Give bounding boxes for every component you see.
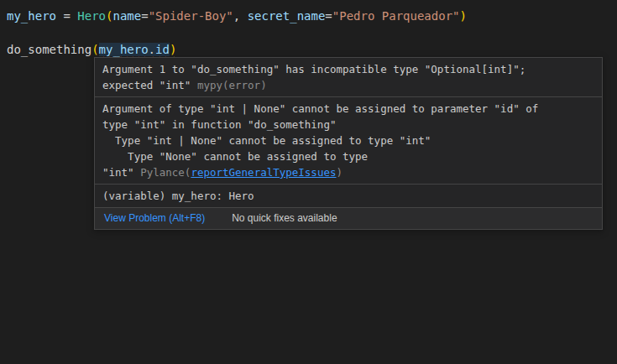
code-token: id [155,43,170,56]
hover-line: Argument 1 to "do_something" has incompa… [102,61,594,77]
code-token: "Spider-Boy" [149,9,233,23]
code-token: name [112,9,141,23]
variable-info: (variable) my_hero: Hero [95,185,602,208]
code-editor[interactable]: my_hero = Hero(name="Spider-Boy", secret… [7,8,617,58]
hover-text: Pylance( [140,166,191,179]
hover-text: expected "int" [102,79,197,91]
hover-tooltip: Argument 1 to "do_something" has incompa… [94,57,603,230]
code-token: . [149,43,155,56]
pylance-diagnostic: Argument of type "int | None" cannot be … [95,97,602,185]
hover-text: type "int" in function "do_something" [102,118,336,131]
hover-line: "int" Pylance(reportGeneralTypeIssues) [102,164,594,180]
code-token: ( [92,43,98,56]
hover-text: Argument 1 to "do_something" has incompa… [102,63,525,75]
hover-line: Type "None" cannot be assigned to type [102,148,594,164]
hover-line: Argument of type "int | None" cannot be … [102,101,594,117]
code-token: my_hero [7,9,56,23]
code-token: = [141,9,148,23]
code-token: ) [460,9,467,23]
hover-line: (variable) my_hero: Hero [102,188,594,204]
code-token: "Pedro Parqueador" [332,9,460,23]
hover-text: (variable) my_hero: Hero [102,190,254,202]
code-token: do_something [7,43,92,56]
hover-line: Type "int | None" cannot be assigned to … [102,133,594,148]
view-problem-link[interactable]: View Problem (Alt+F8) [104,212,205,224]
hover-text: ) [336,166,342,179]
hover-line: expected "int" mypy(error) [102,77,594,93]
hover-text: "int" [102,166,140,179]
code-token: = [325,9,332,23]
no-quick-fixes-label: No quick fixes available [232,212,337,224]
code-line[interactable] [7,24,617,41]
hover-line: type "int" in function "do_something" [102,117,594,133]
code-token: ) [170,43,176,56]
code-token: = [56,9,77,23]
code-line[interactable]: my_hero = Hero(name="Spider-Boy", secret… [7,8,617,24]
code-token: Hero [77,9,106,23]
code-lines: my_hero = Hero(name="Spider-Boy", secret… [7,8,617,58]
hover-text: Type "int | None" cannot be assigned to … [102,134,431,147]
hover-sections: Argument 1 to "do_something" has incompa… [95,58,602,208]
hover-status-bar: View Problem (Alt+F8) No quick fixes ava… [95,208,602,229]
code-token: secret_name [248,9,326,23]
hover-text: Argument of type "int | None" cannot be … [102,102,538,115]
hover-text: Type "None" cannot be assigned to type [102,150,368,163]
code-token: , [233,9,248,23]
hover-text: mypy(error) [197,79,267,91]
code-token: my_hero [99,43,149,56]
mypy-diagnostic: Argument 1 to "do_something" has incompa… [95,58,602,97]
diagnostic-rule-link[interactable]: reportGeneralTypeIssues [191,166,336,179]
code-line[interactable]: do_something(my_hero.id) [7,41,617,58]
